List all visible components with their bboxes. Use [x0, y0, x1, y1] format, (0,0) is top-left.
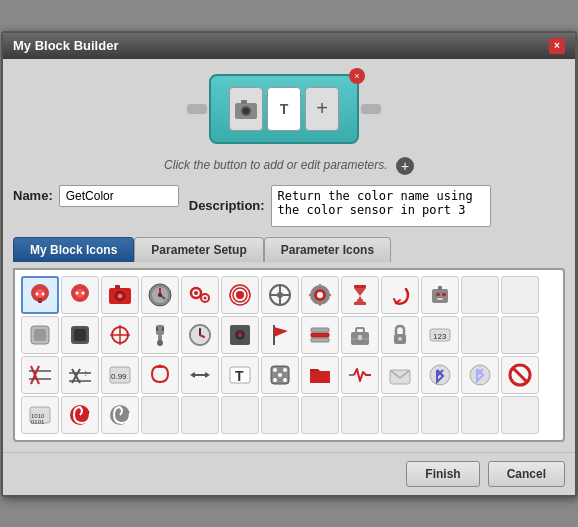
svg-text:0.99: 0.99 [111, 372, 127, 381]
svg-line-107 [513, 368, 527, 382]
icon-robot[interactable] [421, 276, 459, 314]
icon-target[interactable] [221, 276, 259, 314]
icon-cross-check[interactable] [21, 356, 59, 394]
svg-point-5 [36, 292, 39, 295]
svg-rect-45 [442, 293, 446, 296]
icon-mail[interactable] [381, 356, 419, 394]
icon-metal-block[interactable] [21, 316, 59, 354]
icon-flag-red[interactable] [261, 316, 299, 354]
finish-button[interactable]: Finish [406, 461, 479, 487]
icon-empty-4 [501, 316, 539, 354]
svg-rect-44 [436, 293, 440, 296]
tab-parameter-icons[interactable]: Parameter Icons [264, 237, 391, 262]
icon-lock[interactable] [381, 316, 419, 354]
right-connector [361, 104, 381, 114]
svg-point-66 [238, 333, 242, 337]
svg-point-101 [278, 373, 282, 377]
svg-rect-7 [38, 298, 42, 303]
icon-no-sign[interactable] [501, 356, 539, 394]
description-group: Description: Return the color name using… [189, 185, 491, 227]
icon-crosshair-red[interactable] [101, 316, 139, 354]
icon-gear-pair[interactable] [181, 276, 219, 314]
svg-marker-92 [190, 372, 195, 378]
name-input[interactable] [59, 185, 179, 207]
svg-point-76 [398, 337, 402, 341]
svg-point-100 [283, 378, 287, 382]
icon-dark-block[interactable] [61, 316, 99, 354]
footer: Finish Cancel [3, 452, 575, 495]
icon-clock[interactable] [181, 316, 219, 354]
svg-point-10 [82, 291, 85, 294]
icon-empty-10 [341, 396, 379, 434]
left-connector [187, 104, 207, 114]
icon-bluetooth-alt[interactable] [461, 356, 499, 394]
cancel-button[interactable]: Cancel [488, 461, 565, 487]
icon-spiral-red[interactable] [61, 396, 99, 434]
svg-point-20 [158, 293, 162, 297]
icon-arrows-expand[interactable] [181, 356, 219, 394]
svg-point-59 [157, 340, 163, 346]
svg-rect-38 [319, 302, 321, 306]
tab-my-block-icons[interactable]: My Block Icons [13, 237, 134, 262]
name-label: Name: [13, 188, 53, 203]
icon-gear-circle[interactable] [301, 276, 339, 314]
icon-dice[interactable] [261, 356, 299, 394]
icon-arrows-cycle[interactable] [141, 356, 179, 394]
icon-empty-13 [461, 396, 499, 434]
icon-number-box[interactable]: 123 [421, 316, 459, 354]
block-main: × T [209, 74, 359, 144]
add-param-button[interactable]: + [396, 157, 414, 175]
icon-empty-2 [501, 276, 539, 314]
svg-rect-74 [358, 335, 362, 340]
icon-brain[interactable] [21, 276, 59, 314]
icon-empty-7 [221, 396, 259, 434]
plus-slot[interactable]: + [305, 87, 339, 131]
icon-empty-9 [301, 396, 339, 434]
icon-dark-square[interactable] [221, 316, 259, 354]
svg-rect-47 [438, 286, 442, 290]
svg-point-22 [194, 291, 198, 295]
block-inner: T + [229, 87, 339, 131]
icon-camera-lens[interactable] [101, 276, 139, 314]
icon-stack[interactable] [301, 316, 339, 354]
tabs-row: My Block Icons Parameter Setup Parameter… [13, 237, 565, 262]
icon-multiply[interactable]: ÷ [61, 356, 99, 394]
close-button[interactable]: × [549, 38, 565, 54]
tab-parameter-setup[interactable]: Parameter Setup [134, 237, 263, 262]
icon-folder-red[interactable] [301, 356, 339, 394]
description-label: Description: [189, 198, 265, 213]
camera-icon [232, 95, 260, 123]
block-close-indicator: × [349, 68, 365, 84]
icon-bluetooth[interactable] [421, 356, 459, 394]
icon-spiral-gray[interactable] [101, 396, 139, 434]
my-block-builder-dialog: My Block Builder × × [1, 31, 577, 497]
svg-text:÷: ÷ [83, 368, 89, 379]
title-bar: My Block Builder × [3, 33, 575, 59]
icon-steering-wheel[interactable] [261, 276, 299, 314]
svg-rect-15 [115, 285, 120, 289]
icon-decimal[interactable]: 0.99 [101, 356, 139, 394]
icon-brain-alt[interactable] [61, 276, 99, 314]
svg-point-27 [236, 291, 244, 299]
icon-briefcase[interactable] [341, 316, 379, 354]
icon-text-t[interactable]: T [221, 356, 259, 394]
icon-arrows-back[interactable] [381, 276, 419, 314]
icons-panel: 123 [13, 268, 565, 442]
icon-binary[interactable]: 1010 0101 [21, 396, 59, 434]
svg-text:0101: 0101 [31, 419, 45, 425]
icon-empty-8 [261, 396, 299, 434]
icon-plug[interactable] [141, 316, 179, 354]
icon-hourglass[interactable] [341, 276, 379, 314]
icon-empty-14 [501, 396, 539, 434]
icon-heartbeat[interactable] [341, 356, 379, 394]
description-input[interactable]: Return the color name using the color se… [271, 185, 491, 227]
svg-point-99 [273, 378, 277, 382]
dialog-content: × T [3, 59, 575, 452]
icon-compass[interactable] [141, 276, 179, 314]
icons-grid: 123 [21, 276, 557, 434]
svg-rect-68 [311, 338, 329, 342]
camera-slot [229, 87, 263, 131]
icon-empty-5 [141, 396, 179, 434]
svg-rect-41 [354, 285, 366, 288]
svg-point-24 [204, 296, 207, 299]
